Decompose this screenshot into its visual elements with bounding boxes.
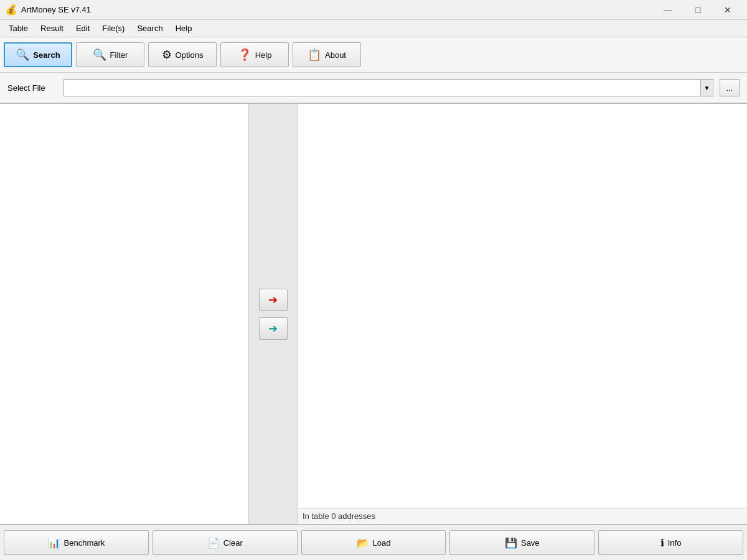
save-label: Save bbox=[521, 538, 540, 548]
load-icon: 📂 bbox=[357, 537, 369, 549]
load-button[interactable]: 📂 Load bbox=[301, 530, 446, 555]
info-label: Info bbox=[668, 538, 682, 548]
options-toolbar-icon: ⚙ bbox=[162, 48, 172, 62]
menu-result[interactable]: Result bbox=[34, 21, 70, 35]
table-status: In table 0 addresses bbox=[298, 508, 747, 524]
minimize-button[interactable]: — bbox=[654, 1, 682, 19]
menu-table[interactable]: Table bbox=[2, 21, 34, 35]
menu-help[interactable]: Help bbox=[169, 21, 199, 35]
options-toolbar-button[interactable]: ⚙ Options bbox=[148, 42, 217, 67]
help-toolbar-label: Help bbox=[255, 50, 272, 60]
about-toolbar-icon: 📋 bbox=[308, 48, 321, 62]
search-toolbar-button[interactable]: 🔍 Search bbox=[4, 42, 72, 67]
browse-button[interactable]: ... bbox=[720, 79, 740, 96]
right-panel-content bbox=[298, 104, 747, 508]
info-button[interactable]: ℹ Info bbox=[598, 530, 743, 555]
help-toolbar-button[interactable]: ❓ Help bbox=[220, 42, 289, 67]
arrow-right-teal-icon: ➔ bbox=[268, 322, 278, 335]
save-icon: 💾 bbox=[505, 537, 517, 549]
search-toolbar-label: Search bbox=[33, 50, 60, 60]
clear-button[interactable]: 📄 Clear bbox=[153, 530, 298, 555]
app-title: ArtMoney SE v7.41 bbox=[21, 5, 654, 14]
help-toolbar-icon: ❓ bbox=[238, 48, 251, 62]
menu-edit[interactable]: Edit bbox=[70, 21, 96, 35]
dropdown-arrow[interactable]: ▼ bbox=[700, 80, 713, 96]
clear-icon: 📄 bbox=[207, 537, 220, 549]
move-all-button[interactable]: ➔ bbox=[259, 317, 288, 340]
filter-toolbar-label: Filter bbox=[110, 50, 128, 60]
middle-panel: ➔ ➔ bbox=[249, 104, 298, 524]
select-file-label: Select File bbox=[7, 83, 57, 93]
menu-search[interactable]: Search bbox=[131, 21, 169, 35]
file-input-wrap: ▼ bbox=[63, 79, 713, 96]
about-toolbar-label: About bbox=[325, 50, 346, 60]
menu-bar: Table Result Edit File(s) Search Help bbox=[0, 20, 747, 37]
toolbar: 🔍 Search 🔍 Filter ⚙ Options ❓ Help 📋 Abo… bbox=[0, 37, 747, 73]
benchmark-button[interactable]: 📊 Benchmark bbox=[4, 530, 149, 555]
filter-toolbar-icon: 🔍 bbox=[93, 48, 106, 62]
app-icon: 💰 bbox=[5, 4, 17, 16]
save-button[interactable]: 💾 Save bbox=[449, 530, 594, 555]
window-controls: — □ ✕ bbox=[654, 1, 742, 19]
maximize-button[interactable]: □ bbox=[684, 1, 712, 19]
file-input[interactable] bbox=[64, 82, 700, 94]
options-toolbar-label: Options bbox=[176, 50, 204, 60]
load-label: Load bbox=[373, 538, 391, 548]
info-icon: ℹ bbox=[660, 537, 664, 549]
move-selected-button[interactable]: ➔ bbox=[259, 289, 288, 311]
select-file-row: Select File ▼ ... bbox=[0, 73, 747, 104]
main-content: ➔ ➔ In table 0 addresses bbox=[0, 104, 747, 524]
right-panel: In table 0 addresses bbox=[298, 104, 747, 524]
close-button[interactable]: ✕ bbox=[713, 1, 742, 19]
filter-toolbar-button[interactable]: 🔍 Filter bbox=[76, 42, 144, 67]
menu-files[interactable]: File(s) bbox=[96, 21, 131, 35]
title-bar: 💰 ArtMoney SE v7.41 — □ ✕ bbox=[0, 0, 747, 20]
bottom-bar: 📊 Benchmark 📄 Clear 📂 Load 💾 Save ℹ Info bbox=[0, 524, 747, 560]
clear-label: Clear bbox=[223, 538, 243, 548]
search-toolbar-icon: 🔍 bbox=[16, 48, 29, 62]
about-toolbar-button[interactable]: 📋 About bbox=[293, 42, 361, 67]
arrow-right-red-icon: ➔ bbox=[268, 293, 278, 307]
left-panel bbox=[0, 104, 249, 524]
benchmark-label: Benchmark bbox=[64, 538, 105, 548]
benchmark-icon: 📊 bbox=[48, 537, 60, 549]
